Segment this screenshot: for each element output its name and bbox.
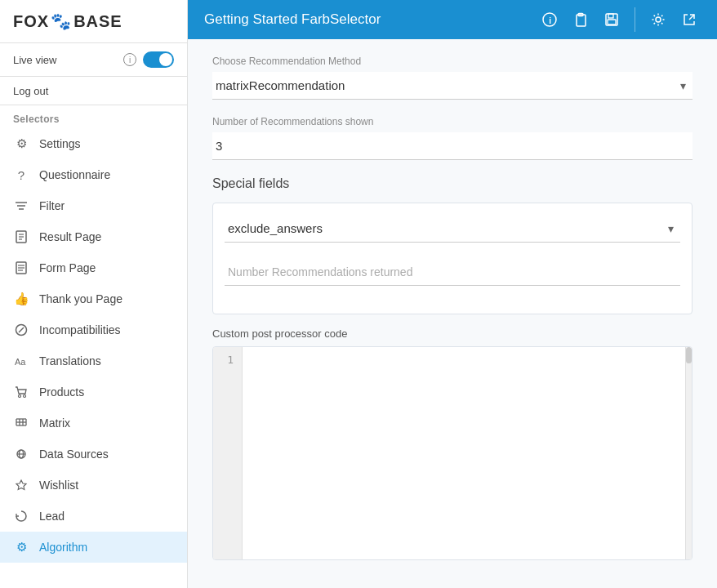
gear-icon[interactable] — [647, 8, 670, 31]
sidebar-section-label: Selectors — [0, 105, 187, 128]
sidebar-item-matrix-label: Matrix — [39, 416, 70, 430]
form-page-icon — [13, 260, 29, 276]
thank-you-page-icon: 👍 — [13, 291, 29, 307]
sidebar-item-wishlist[interactable]: Wishlist — [0, 470, 187, 501]
logout-button[interactable]: Log out — [13, 85, 48, 97]
sidebar-item-wishlist-label: Wishlist — [39, 479, 78, 492]
filter-icon — [13, 198, 29, 214]
wishlist-icon — [13, 477, 29, 493]
sidebar-item-data-sources[interactable]: Data Sources — [0, 439, 187, 470]
sidebar-item-translations-label: Translations — [39, 354, 101, 368]
sidebar-item-settings[interactable]: ⚙ Settings — [0, 128, 187, 159]
sidebar-item-form-page[interactable]: Form Page — [0, 252, 187, 283]
sidebar-item-algorithm[interactable]: ⚙ Algorithm — [0, 532, 187, 563]
sidebar-item-products-label: Products — [39, 385, 84, 399]
sidebar-item-lead[interactable]: Lead — [0, 501, 187, 532]
code-editor-inner[interactable] — [243, 347, 692, 559]
num-recommendations-group: Number of Recommendations shown — [212, 116, 693, 160]
sidebar-item-translations[interactable]: Aa Translations — [0, 345, 187, 376]
sidebar-item-settings-label: Settings — [39, 137, 81, 150]
lead-icon — [13, 508, 29, 524]
page-title: Getting Started FarbSelector — [204, 11, 538, 28]
sidebar-item-products[interactable]: Products — [0, 376, 187, 408]
num-recommendations-input[interactable] — [212, 132, 693, 160]
sidebar-item-incompatibilities[interactable]: Incompatibilities — [0, 314, 187, 345]
svg-text:Aa: Aa — [15, 357, 26, 367]
svg-text:i: i — [549, 16, 551, 25]
result-page-icon — [13, 229, 29, 245]
exclude-answers-group: exclude_answers include_answers ▾ — [225, 215, 680, 243]
info-icon[interactable]: i — [538, 8, 561, 31]
sidebar-item-incompatibilities-label: Incompatibilities — [39, 323, 121, 336]
svg-line-12 — [19, 327, 24, 332]
sidebar-item-filter[interactable]: Filter — [0, 190, 187, 221]
content-area: Choose Recommendation Method matrixRecom… — [188, 39, 717, 588]
code-scrollbar[interactable] — [685, 347, 692, 559]
data-sources-icon — [13, 446, 29, 462]
sidebar: FOX🐾BASE Live view i Log out Selectors ⚙… — [0, 0, 188, 588]
clipboard-icon[interactable] — [569, 8, 592, 31]
incompatibilities-icon — [13, 322, 29, 338]
main-content: Getting Started FarbSelector i Choose Re… — [188, 0, 717, 588]
recommendation-method-label: Choose Recommendation Method — [212, 56, 693, 67]
sidebar-item-thank-you-page-label: Thank you Page — [39, 292, 122, 305]
recommendation-method-select[interactable]: matrixRecommendation contentBased collab… — [212, 72, 693, 99]
custom-post-processor-label: Custom post processor code — [212, 327, 693, 340]
sidebar-item-lead-label: Lead — [39, 510, 65, 523]
algorithm-icon: ⚙ — [13, 539, 29, 555]
sidebar-item-data-sources-label: Data Sources — [39, 448, 109, 461]
recommendation-method-select-wrapper: matrixRecommendation contentBased collab… — [212, 72, 693, 100]
top-bar: Getting Started FarbSelector i — [188, 0, 717, 39]
num-recommendations-label: Number of Recommendations shown — [212, 116, 693, 127]
special-fields-box: exclude_answers include_answers ▾ — [212, 203, 693, 314]
save-icon[interactable] — [600, 8, 623, 31]
sidebar-item-matrix[interactable]: Matrix — [0, 408, 187, 439]
svg-marker-26 — [16, 480, 26, 490]
svg-point-34 — [656, 17, 661, 22]
svg-rect-33 — [608, 20, 616, 24]
top-bar-divider — [635, 7, 635, 32]
svg-point-14 — [19, 395, 21, 398]
live-view-label: Live view — [13, 54, 117, 66]
sidebar-item-questionnaire-label: Questionnaire — [39, 168, 110, 181]
sidebar-item-questionnaire[interactable]: ? Questionnaire — [0, 159, 187, 190]
questionnaire-icon: ? — [13, 167, 29, 183]
live-view-info-icon[interactable]: i — [123, 53, 136, 66]
translations-icon: Aa — [13, 353, 29, 369]
top-bar-icons: i — [538, 7, 701, 32]
sidebar-item-form-page-label: Form Page — [39, 261, 96, 274]
special-fields-title: Special fields — [212, 176, 693, 191]
exclude-answers-select-wrapper: exclude_answers include_answers ▾ — [225, 215, 680, 243]
live-view-row: Live view i — [0, 43, 187, 77]
live-view-toggle[interactable] — [143, 51, 174, 68]
code-scrollbar-thumb[interactable] — [686, 347, 692, 363]
logo-area: FOX🐾BASE — [0, 0, 187, 43]
matrix-icon — [13, 415, 29, 431]
code-line-numbers: 1 — [213, 347, 243, 559]
sidebar-item-result-page-label: Result Page — [39, 230, 101, 243]
num-recs-returned-input[interactable] — [225, 259, 680, 286]
num-recs-returned-group — [225, 259, 680, 286]
logout-row: Log out — [0, 77, 187, 105]
settings-icon: ⚙ — [13, 136, 29, 152]
products-icon — [13, 384, 29, 400]
recommendation-method-group: Choose Recommendation Method matrixRecom… — [212, 56, 693, 100]
sidebar-item-thank-you-page[interactable]: 👍 Thank you Page — [0, 283, 187, 314]
external-link-icon[interactable] — [678, 8, 701, 31]
exclude-answers-select[interactable]: exclude_answers include_answers — [225, 215, 680, 242]
code-editor: 1 — [212, 346, 693, 560]
sidebar-item-algorithm-label: Algorithm — [39, 541, 87, 554]
svg-line-35 — [689, 15, 694, 20]
logo: FOX🐾BASE — [13, 11, 122, 31]
sidebar-item-filter-label: Filter — [39, 199, 65, 212]
sidebar-item-result-page[interactable]: Result Page — [0, 221, 187, 252]
svg-point-15 — [24, 395, 26, 398]
